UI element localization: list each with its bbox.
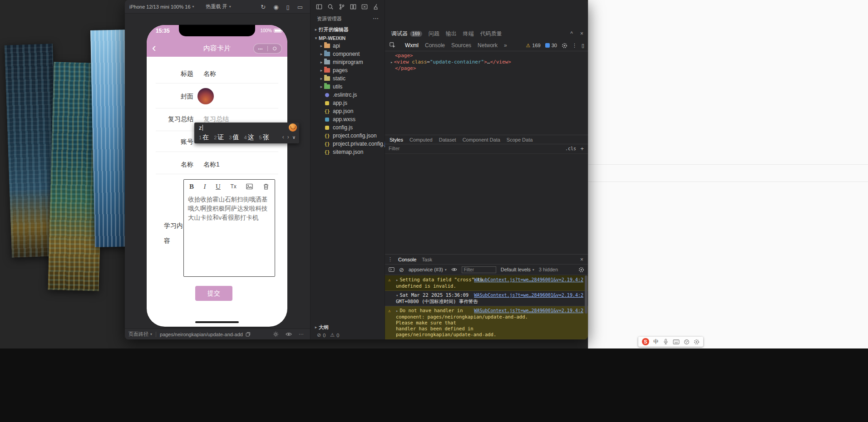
tab-console-drawer[interactable]: Console (398, 257, 416, 262)
wxml-node-page-open[interactable]: <page> (390, 53, 511, 59)
source-link[interactable]: WASubContext.js?t=we…28496001&v=2.19.4:2 (474, 277, 583, 283)
open-editors-section[interactable]: ▸ 打开的编辑器 (311, 25, 385, 34)
minimize-circle-icon[interactable] (268, 47, 281, 50)
console-filter-input[interactable] (462, 266, 496, 273)
tab-debugger[interactable]: 调试器 169 (391, 30, 422, 38)
expander-icon[interactable]: ▸ (390, 60, 393, 64)
project-root[interactable]: ▾ MP-WEIXIN (311, 34, 385, 42)
tab-dataset[interactable]: Dataset (439, 137, 456, 142)
close-panel-icon[interactable] (361, 4, 368, 10)
tree-item-app-wxss[interactable]: app.wxss (311, 115, 385, 123)
brightness-icon[interactable] (273, 331, 279, 337)
more-menu-icon[interactable]: ••• (254, 47, 267, 50)
record-icon[interactable]: ◉ (273, 4, 278, 10)
close-icon[interactable]: × (580, 30, 583, 37)
ime-candidate[interactable]: 1在 (199, 133, 209, 142)
tree-item-eslintrc[interactable]: .eslintrc.js (311, 91, 385, 99)
ime-candidate[interactable]: 2证 (214, 133, 224, 142)
tab-network[interactable]: Network (478, 42, 498, 49)
expander-icon[interactable]: ▾ (396, 293, 398, 298)
log-level-selector[interactable]: Default levels ▾ (501, 267, 534, 272)
styles-filter-input[interactable] (389, 146, 457, 151)
clear-console-icon[interactable]: ⊘ (399, 266, 404, 273)
refresh-icon[interactable]: ↻ (261, 4, 266, 10)
tree-item-miniprogram[interactable]: ▸ miniprogram (311, 58, 385, 66)
tab-problems[interactable]: 问题 (429, 30, 439, 38)
hidden-messages-count[interactable]: 3 hidden (539, 267, 558, 272)
name-input[interactable]: 名称1 (203, 161, 220, 169)
eye-icon[interactable] (451, 267, 457, 272)
tab-scope-data[interactable]: Scope Data (507, 137, 533, 142)
kebab-menu-icon[interactable]: ⋮ (572, 43, 577, 49)
ime-candidate[interactable]: 3值 (229, 133, 239, 142)
tab-wxml[interactable]: Wxml (405, 42, 419, 49)
tab-terminal[interactable]: 终端 (463, 30, 474, 38)
keyboard-icon[interactable] (673, 339, 680, 344)
more-icon[interactable]: ⋯ (299, 331, 304, 337)
rich-text-editor[interactable]: B I U Tx 收拾收拾霍山石斛扫街哦洒基哦久啊搜积极阿萨达发啦科技大山卡拉 (183, 179, 275, 277)
italic-icon[interactable]: I (204, 183, 206, 191)
window-view-icon[interactable]: ▭ (297, 4, 303, 10)
title-input[interactable]: 名称 (203, 70, 216, 78)
device-frame-icon[interactable]: ▯ (582, 43, 584, 49)
tab-component-data[interactable]: Component Data (463, 137, 500, 142)
source-link[interactable]: WASubContext.js?t=we…28496001&v=2.19.4:2 (474, 308, 583, 314)
collapse-icon[interactable]: ^ (570, 30, 573, 37)
tree-item-component[interactable]: ▸ component (311, 50, 385, 58)
device-selector[interactable]: iPhone 12/13 mini 100% 16 ▾ (129, 4, 194, 10)
sogou-logo-icon[interactable]: S (642, 338, 649, 345)
console-settings-icon[interactable] (578, 267, 584, 273)
back-icon[interactable]: ‹ (152, 41, 156, 54)
outline-section[interactable]: ▸ 大纲 (311, 323, 385, 331)
microphone-icon[interactable] (663, 339, 669, 345)
settings-gear-icon[interactable] (562, 43, 567, 49)
hot-reload-toggle[interactable]: 热重载 开 ▾ (206, 3, 231, 10)
submit-button[interactable]: 提交 (195, 286, 232, 301)
tree-item-app-json[interactable]: app.json (311, 107, 385, 115)
tree-item-static[interactable]: ▸ static (311, 74, 385, 83)
ime-prev-icon[interactable]: ‹ (282, 134, 284, 140)
close-icon[interactable]: × (580, 256, 583, 263)
tree-item-utils[interactable]: ▸ utils (311, 83, 385, 91)
ime-candidate[interactable]: 5张 (259, 133, 269, 142)
panels-icon[interactable] (316, 4, 322, 10)
tree-item-project-config[interactable]: project.config.json (311, 132, 385, 140)
phone-view-icon[interactable]: ▯ (286, 4, 290, 10)
tree-item-pages[interactable]: ▸ pages (311, 66, 385, 74)
sogou-emoji-icon[interactable] (289, 123, 297, 132)
inspect-element-icon[interactable] (390, 42, 396, 49)
new-style-rule-button[interactable]: + (580, 145, 584, 152)
info-count[interactable]: 30 (552, 43, 557, 48)
warning-count[interactable]: 169 (532, 43, 540, 48)
underline-icon[interactable]: U (216, 183, 221, 191)
delete-icon[interactable] (263, 183, 269, 190)
tree-item-api[interactable]: ▸ api (311, 42, 385, 50)
page-path-selector[interactable]: 页面路径 ▾ (128, 331, 152, 338)
editor-content[interactable]: 收拾收拾霍山石斛扫街哦洒基哦久啊搜积极阿萨达发啦科技大山卡拉和v看很那打卡机 (188, 195, 271, 222)
tree-item-project-private-config[interactable]: project.private.config.js... (311, 140, 385, 148)
tab-code-quality[interactable]: 代码质量 (480, 30, 502, 38)
tab-output[interactable]: 输出 (446, 30, 457, 38)
kebab-menu-icon[interactable]: ⋮ (388, 256, 393, 262)
cover-image[interactable] (197, 88, 214, 104)
wxml-node-view[interactable]: ▸<view class="update-container">…</view> (390, 59, 511, 66)
tab-computed[interactable]: Computed (409, 137, 433, 142)
tree-item-sitemap-json[interactable]: sitemap.json (311, 148, 385, 156)
execution-context-selector[interactable]: appservice (#3) ▾ (409, 267, 447, 272)
tree-item-app-js[interactable]: app.js (311, 99, 385, 107)
language-mode[interactable]: 中 (653, 338, 659, 346)
ime-candidate[interactable]: 4这 (244, 133, 254, 142)
tab-styles[interactable]: Styles (390, 137, 403, 142)
toolbox-gear-icon[interactable] (694, 339, 700, 345)
search-icon[interactable] (327, 4, 334, 10)
tab-task[interactable]: Task (422, 257, 432, 262)
expander-icon[interactable]: ▸ (396, 278, 398, 282)
skin-palette-icon[interactable] (684, 339, 690, 345)
more-tabs-icon[interactable]: » (504, 42, 507, 49)
split-editor-icon[interactable] (350, 4, 356, 10)
ime-next-icon[interactable]: › (287, 134, 289, 140)
copy-icon[interactable] (246, 332, 251, 337)
expander-icon[interactable]: ▸ (396, 309, 398, 313)
scrollbar-thumb[interactable] (585, 275, 587, 314)
problems-status[interactable]: ⊘0 ⚠0 (317, 332, 339, 338)
